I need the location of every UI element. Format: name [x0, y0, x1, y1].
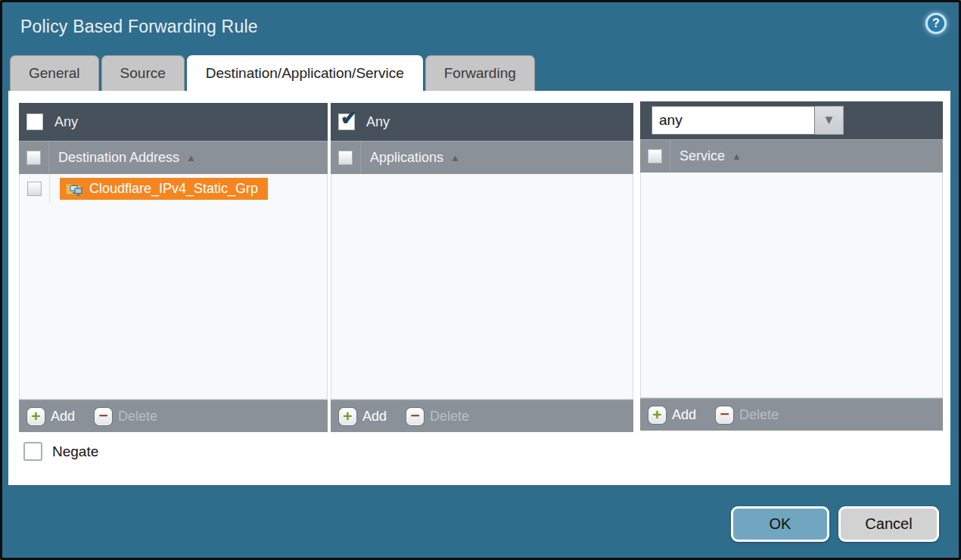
destination-any-label: Any [54, 114, 78, 130]
destination-column-header: Destination Address ▲ [19, 141, 328, 174]
tab-destination-application-service[interactable]: Destination/Application/Service [187, 55, 423, 91]
negate-checkbox[interactable] [23, 442, 42, 461]
negate-label: Negate [52, 443, 98, 460]
dialog-title: Policy Based Forwarding Rule [20, 17, 258, 37]
delete-minus-icon: − [716, 406, 733, 424]
delete-minus-icon: − [406, 408, 424, 425]
add-button-label: Add [51, 409, 75, 425]
applications-any-bar: ✔ Any [331, 103, 633, 141]
applications-select-all-checkbox[interactable] [338, 151, 353, 165]
service-footer-bar: + Add − Delete [640, 398, 943, 431]
add-plus-icon: + [339, 408, 356, 425]
add-button-label: Add [672, 407, 696, 423]
destination-address-item[interactable]: Cloudflare_IPv4_Static_Grp [60, 178, 268, 200]
sort-asc-icon: ▲ [732, 151, 742, 162]
service-dropdown-button[interactable]: ▼ [815, 106, 844, 135]
destination-footer-bar: + Add − Delete [19, 400, 328, 432]
applications-add-button[interactable]: + Add [339, 408, 387, 425]
add-button-label: Add [362, 409, 387, 425]
tab-content-panel: Any Destination Address ▲ [8, 91, 950, 485]
destination-select-all-cell [19, 142, 49, 174]
destination-item-label: Cloudflare_IPv4_Static_Grp [89, 181, 258, 197]
applications-header-label: Applications [370, 150, 443, 166]
tab-bar: General Source Destination/Application/S… [10, 55, 535, 91]
sort-asc-icon: ▲ [186, 152, 196, 163]
delete-minus-icon: − [95, 408, 112, 425]
applications-any-label: Any [366, 114, 390, 130]
service-add-button[interactable]: + Add [648, 406, 696, 424]
tab-general[interactable]: General [10, 55, 99, 91]
ok-button[interactable]: OK [731, 506, 829, 542]
negate-row: Negate [23, 442, 98, 461]
service-header-label: Service [680, 148, 725, 164]
service-column-header: Service ▲ [640, 139, 943, 173]
delete-button-label: Delete [118, 409, 157, 425]
tab-forwarding[interactable]: Forwarding [425, 55, 535, 91]
destination-any-bar: Any [19, 103, 328, 141]
applications-delete-button[interactable]: − Delete [406, 408, 469, 425]
service-select-all-cell [640, 140, 670, 173]
chevron-down-icon: ▼ [823, 113, 835, 128]
service-dropdown-bar: any ▼ [640, 101, 943, 139]
service-sort-header[interactable]: Service ▲ [680, 148, 742, 164]
address-group-icon [65, 181, 83, 196]
service-column: any ▼ Service ▲ + Add − Delete [640, 101, 943, 431]
delete-button-label: Delete [739, 407, 779, 423]
destination-any-checkbox[interactable] [26, 114, 43, 130]
destination-header-label: Destination Address [58, 150, 179, 166]
destination-item-checkbox-cell [20, 174, 50, 203]
destination-delete-button[interactable]: − Delete [95, 408, 157, 425]
service-dropdown-value[interactable]: any [652, 106, 815, 135]
tab-source[interactable]: Source [101, 55, 185, 91]
destination-add-button[interactable]: + Add [27, 408, 75, 425]
service-dropdown: any ▼ [652, 106, 844, 135]
policy-based-forwarding-rule-dialog: Policy Based Forwarding Rule ? General S… [0, 0, 961, 560]
cancel-button[interactable]: Cancel [838, 506, 939, 542]
checkmark-icon: ✔ [341, 108, 357, 128]
applications-sort-header[interactable]: Applications ▲ [370, 150, 460, 166]
applications-select-all-cell [331, 142, 361, 174]
help-icon[interactable]: ? [925, 13, 947, 34]
destination-address-column: Any Destination Address ▲ [19, 103, 328, 432]
add-plus-icon: + [27, 408, 45, 425]
applications-any-checkbox[interactable]: ✔ [338, 114, 355, 130]
destination-address-list: Cloudflare_IPv4_Static_Grp [19, 174, 328, 400]
delete-button-label: Delete [430, 409, 469, 425]
table-row: Cloudflare_IPv4_Static_Grp [20, 174, 327, 203]
service-list [640, 173, 943, 398]
applications-list [331, 174, 633, 400]
destination-address-sort-header[interactable]: Destination Address ▲ [58, 150, 196, 166]
sort-asc-icon: ▲ [450, 152, 460, 163]
applications-column-header: Applications ▲ [331, 141, 633, 174]
applications-column: ✔ Any Applications ▲ + Add − Delete [331, 103, 633, 432]
destination-item-checkbox[interactable] [27, 182, 42, 196]
applications-footer-bar: + Add − Delete [331, 400, 633, 432]
add-plus-icon: + [648, 406, 666, 424]
destination-select-all-checkbox[interactable] [26, 151, 41, 165]
service-delete-button[interactable]: − Delete [716, 406, 779, 424]
service-select-all-checkbox[interactable] [648, 149, 662, 163]
